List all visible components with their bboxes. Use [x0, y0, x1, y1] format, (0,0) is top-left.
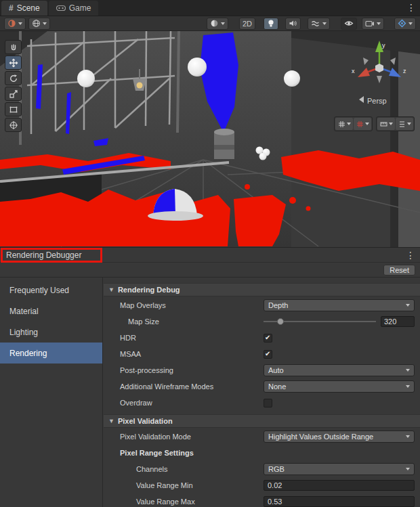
gizmos-overlay-icon — [398, 19, 406, 28]
grid-snap-dropdown[interactable] — [354, 118, 371, 130]
lighting-toggle-button[interactable] — [264, 18, 278, 30]
sidebar-item-frequently-used[interactable]: Frequently Used — [0, 280, 102, 301]
pixel-validation-mode-dropdown[interactable]: Highlight Values Outside Range — [264, 431, 415, 443]
rotate-tool-button[interactable] — [5, 71, 22, 85]
panel-more-icon[interactable]: ⋮ — [406, 250, 415, 261]
slider-handle[interactable] — [277, 318, 284, 325]
value-range-min-field[interactable] — [264, 480, 415, 491]
value-range-min-label: Value Range Min — [104, 481, 264, 489]
sidebar-item-lighting[interactable]: Lighting — [0, 322, 102, 343]
scene-viewport[interactable]: x y z Persp — [0, 31, 420, 247]
tab-more-icon[interactable]: ⋮ — [406, 2, 416, 13]
scene-toolbar: 2D — [0, 16, 420, 31]
dropdown-value: Highlight Values Outside Range — [268, 433, 373, 441]
view-tool-button[interactable] — [5, 40, 22, 54]
dropdown-value: None — [268, 382, 286, 391]
value-range-max-row: Value Range Max — [104, 494, 420, 507]
debugger-sidebar: Frequently Used Material Lighting Render… — [0, 278, 103, 507]
chevron-down-icon — [322, 22, 327, 25]
effects-dropdown-button[interactable] — [308, 18, 330, 30]
post-processing-dropdown[interactable]: Auto — [264, 364, 415, 376]
globe-icon — [32, 19, 41, 28]
effects-icon — [311, 20, 320, 28]
scene-grid-icon: # — [9, 3, 14, 13]
value-range-max-field[interactable] — [264, 496, 415, 507]
tab-scene[interactable]: # Scene — [1, 1, 47, 16]
grid-visibility-dropdown[interactable] — [335, 118, 353, 130]
dropdown-value: Depth — [268, 301, 288, 309]
increment-snap-dropdown[interactable] — [377, 118, 395, 130]
game-controller-icon — [56, 5, 66, 12]
map-size-field[interactable] — [381, 316, 415, 327]
audio-toggle-button[interactable] — [285, 18, 301, 30]
chevron-down-icon — [406, 369, 410, 372]
wireframe-dropdown[interactable]: None — [264, 380, 415, 393]
camera-overlay-dropdown[interactable] — [362, 18, 384, 30]
pixel-range-settings-row: Pixel Range Settings — [104, 445, 420, 460]
ruler-icon — [380, 120, 387, 128]
rect-tool-button[interactable] — [5, 102, 22, 116]
hdr-checkbox[interactable] — [264, 334, 272, 343]
scale-tool-button[interactable] — [5, 87, 22, 101]
persp-label: Persp — [367, 97, 387, 105]
overdraw-checkbox[interactable] — [264, 399, 272, 407]
move-tool-button[interactable] — [5, 56, 22, 70]
sidebar-item-material[interactable]: Material — [0, 301, 102, 322]
dropdown-value: Auto — [268, 366, 284, 374]
value-range-max-label: Value Range Max — [104, 498, 264, 506]
gizmo-z-label: z — [403, 68, 406, 74]
hdr-label: HDR — [104, 334, 264, 342]
overdraw-row: Overdraw — [104, 395, 420, 410]
shaded-sphere-icon — [210, 19, 219, 28]
chevron-down-icon — [407, 123, 411, 125]
map-overlays-row: Map Overlays Depth — [104, 298, 420, 313]
chevron-down-icon — [389, 123, 393, 125]
scene-skybox-dropdown[interactable] — [28, 18, 50, 30]
tab-game[interactable]: Game — [49, 1, 99, 16]
section-rendering-debug[interactable]: ▼ Rendering Debug — [104, 283, 420, 296]
overdraw-label: Overdraw — [104, 399, 264, 407]
chevron-down-icon — [408, 22, 413, 25]
speaker-icon — [289, 19, 297, 28]
chevron-down-icon — [365, 123, 369, 125]
chevron-down-icon — [347, 123, 351, 125]
transform-tool-button[interactable] — [5, 118, 22, 132]
foldout-arrow-icon: ▼ — [108, 286, 114, 293]
post-processing-row: Post-processing Auto — [104, 363, 420, 378]
tab-game-label: Game — [69, 3, 91, 13]
rotate-icon — [9, 74, 18, 83]
scene-debug-draw-dropdown[interactable] — [4, 18, 26, 30]
hdr-row: HDR — [104, 330, 420, 345]
reset-button[interactable]: Reset — [383, 265, 415, 275]
snap-settings-dropdown[interactable] — [396, 118, 413, 130]
gizmos-dropdown-button[interactable] — [394, 18, 416, 30]
wireframe-label: Additional Wireframe Modes — [104, 382, 264, 391]
msaa-checkbox[interactable] — [264, 350, 272, 359]
chevron-down-icon — [377, 22, 381, 25]
scene-visibility-toggle[interactable] — [341, 18, 357, 30]
transform-icon — [9, 120, 18, 130]
red-grid-icon — [356, 120, 364, 128]
chevron-down-icon — [406, 468, 410, 470]
dropdown-value: RGB — [268, 465, 285, 473]
section-pixel-validation[interactable]: ▼ Pixel Validation — [104, 414, 420, 428]
map-size-row: Map Size — [104, 314, 420, 329]
panel-title: Rendering Debugger — [0, 250, 81, 260]
debugger-content: ▼ Rendering Debug Map Overlays Depth Map… — [104, 278, 420, 507]
section-title: Pixel Validation — [118, 417, 173, 425]
2d-label: 2D — [243, 20, 252, 28]
post-processing-label: Post-processing — [104, 366, 264, 374]
2d-toggle-button[interactable]: 2D — [239, 18, 255, 30]
map-overlays-dropdown[interactable]: Depth — [264, 299, 415, 311]
gizmo-x-label: x — [352, 68, 355, 74]
channels-row: Channels RGB — [104, 462, 420, 477]
chevron-down-icon — [18, 22, 22, 25]
wireframe-row: Additional Wireframe Modes None — [104, 379, 420, 394]
sidebar-item-rendering[interactable]: Rendering — [0, 343, 102, 363]
camera-icon — [365, 20, 375, 27]
draw-mode-dropdown[interactable] — [207, 18, 228, 30]
channels-dropdown[interactable]: RGB — [264, 463, 415, 475]
map-size-slider[interactable] — [264, 315, 376, 328]
snap-icon — [398, 120, 406, 128]
lightbulb-icon — [267, 19, 275, 28]
